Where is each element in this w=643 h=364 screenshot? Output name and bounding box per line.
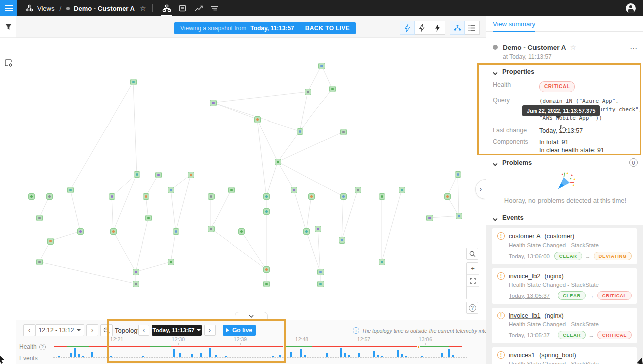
topology-node[interactable] (168, 187, 174, 193)
hamburger-menu-button[interactable] (0, 0, 17, 16)
topology-node[interactable] (399, 187, 405, 193)
topology-node[interactable] (210, 100, 217, 106)
topology-node[interactable] (275, 159, 281, 165)
topology-node[interactable] (133, 281, 139, 287)
filter-button[interactable] (0, 16, 16, 38)
topology-node[interactable] (317, 269, 324, 275)
topology-node[interactable] (329, 86, 336, 92)
topology-node[interactable] (238, 228, 245, 235)
topology-time-dropdown[interactable]: Today, 11:13:57 (152, 325, 202, 336)
topology-node[interactable] (455, 171, 461, 178)
back-to-live-button[interactable]: BACK TO LIVE (305, 25, 350, 32)
event-component-link[interactable]: customer A (509, 233, 541, 240)
event-card[interactable]: !invoice_lb1(nginx)Health State Changed … (492, 308, 637, 343)
health-help-icon[interactable]: ? (39, 344, 46, 350)
zoom-out-range-button[interactable] (100, 324, 113, 336)
problems-filter-outline-bolt-button[interactable] (400, 21, 415, 35)
topology-node[interactable] (188, 172, 194, 178)
topology-node[interactable] (426, 215, 433, 221)
topology-node[interactable] (208, 226, 215, 232)
topology-node[interactable] (28, 193, 35, 200)
go-live-button[interactable]: Go live (223, 325, 256, 336)
root-cause-bolt-button[interactable] (415, 21, 430, 35)
topology-node[interactable] (379, 193, 385, 200)
topology-time-next-button[interactable]: › (204, 325, 216, 336)
topology-node[interactable] (263, 193, 270, 200)
topology-node[interactable] (318, 63, 325, 69)
topology-node[interactable] (456, 213, 462, 219)
topology-node[interactable] (168, 259, 174, 265)
event-component-link[interactable]: invoice_lb2 (509, 273, 541, 280)
full-root-cause-bolt-button[interactable] (430, 21, 445, 35)
event-component-link[interactable]: invoices1 (509, 352, 535, 359)
topology-node[interactable] (340, 129, 347, 135)
topology-time-previous-button[interactable]: ‹ (138, 325, 149, 336)
topology-node[interactable] (339, 237, 345, 244)
topology-node[interactable] (47, 238, 54, 245)
topology-node[interactable] (67, 187, 74, 193)
topology-node[interactable] (36, 259, 43, 265)
view-settings-button[interactable] (0, 53, 16, 73)
zoom-out-button[interactable]: − (467, 287, 479, 299)
topology-node[interactable] (133, 269, 139, 275)
event-time-link[interactable]: Today, 13:05:37 (509, 293, 550, 299)
topology-node[interactable] (228, 187, 235, 193)
favorite-star-icon[interactable]: ☆ (570, 43, 577, 51)
graph-layout-button[interactable] (450, 21, 465, 35)
search-zoom-button[interactable] (466, 248, 478, 260)
topology-node[interactable] (46, 193, 53, 200)
more-menu-icon[interactable]: ⋯ (630, 44, 638, 53)
event-card[interactable]: !invoice_lb2(nginx)Health State Changed … (492, 268, 637, 304)
topology-node[interactable] (379, 259, 385, 265)
event-card[interactable]: !invoices1(spring_boot)Health State Chan… (492, 347, 637, 364)
topology-node[interactable] (340, 193, 347, 200)
topology-node[interactable] (254, 116, 261, 123)
topology-node[interactable] (36, 215, 43, 221)
topology-node[interactable] (263, 281, 270, 287)
problems-header[interactable]: Problems 0 (493, 158, 638, 167)
topology-node[interactable] (308, 193, 315, 200)
snapshot-banner[interactable]: Viewing a snapshot from Today, 11:13:57 … (174, 22, 356, 34)
topology-node[interactable] (303, 228, 310, 235)
tab-view-summary[interactable]: View summary (493, 20, 535, 32)
topology-node[interactable] (297, 128, 303, 135)
topology-node[interactable] (173, 228, 179, 235)
events-header[interactable]: Events (493, 214, 638, 221)
topology-node[interactable] (444, 193, 451, 200)
breadcrumb-view-title[interactable]: Demo - Customer A (74, 5, 135, 12)
event-card[interactable]: !customer A(customer)Health State Change… (492, 228, 637, 264)
topology-node[interactable] (109, 193, 115, 200)
topology-node[interactable] (208, 193, 215, 200)
topology-node[interactable] (145, 215, 152, 221)
topology-node[interactable] (355, 187, 361, 193)
zoom-in-button[interactable]: + (467, 263, 479, 275)
properties-header[interactable]: Properties (493, 68, 639, 75)
collapse-timeline-tab[interactable] (235, 312, 268, 320)
topology-node[interactable] (315, 226, 322, 232)
time-range-dropdown[interactable]: 12:12 - 13:12 (35, 324, 84, 336)
topology-node[interactable] (143, 193, 149, 200)
topology-node[interactable] (317, 281, 324, 287)
help-button[interactable]: ? (466, 302, 478, 314)
list-layout-button[interactable] (465, 21, 480, 35)
topology-node[interactable] (305, 89, 311, 95)
topology-node[interactable] (77, 228, 84, 235)
fit-to-screen-button[interactable] (467, 275, 479, 287)
last-change-value[interactable]: Today, 11:13:57 (539, 127, 583, 135)
user-avatar[interactable] (626, 3, 636, 13)
event-time-link[interactable]: Today, 13:05:37 (509, 332, 550, 338)
topology-node[interactable] (291, 187, 297, 193)
topology-node[interactable] (130, 79, 137, 85)
topology-node[interactable] (155, 172, 162, 178)
nav-metrics-view-icon[interactable] (191, 0, 207, 16)
event-time-link[interactable]: Today, 13:06:00 (509, 253, 550, 259)
breadcrumb-views[interactable]: Views (37, 5, 54, 12)
nav-traces-view-icon[interactable] (207, 0, 223, 16)
topology-canvas[interactable] (16, 38, 486, 320)
topology-node[interactable] (110, 228, 117, 235)
nav-components-view-icon[interactable] (175, 0, 191, 16)
nav-topology-view-icon[interactable] (159, 0, 175, 16)
event-component-link[interactable]: invoice_lb1 (509, 312, 541, 319)
topology-node[interactable] (263, 266, 270, 273)
range-next-button[interactable]: › (86, 324, 98, 336)
